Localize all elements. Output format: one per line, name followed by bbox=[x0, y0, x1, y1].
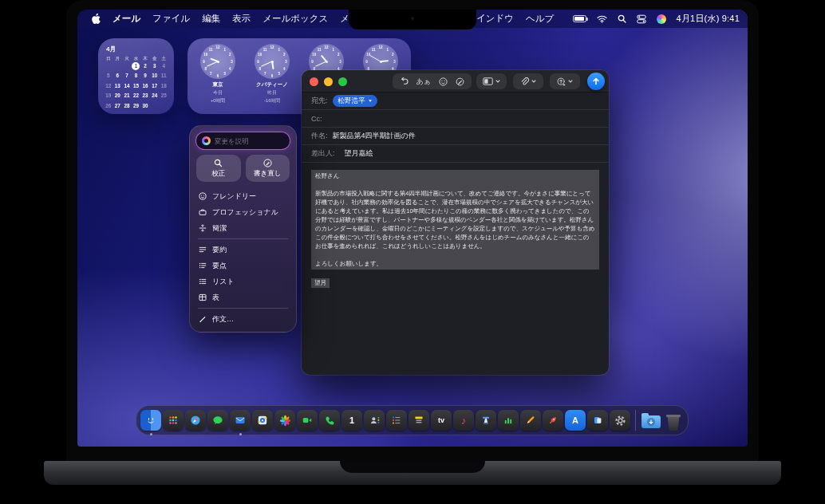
dock-item-trash[interactable] bbox=[663, 410, 684, 431]
rewrite-button[interactable]: 書き直し bbox=[246, 155, 290, 182]
downloads-folder-icon bbox=[641, 415, 661, 428]
describe-change-input[interactable] bbox=[215, 137, 284, 145]
body-signature: 望月 bbox=[311, 278, 330, 288]
dock-item-music[interactable]: ♪ bbox=[453, 410, 474, 431]
recipient-chip[interactable]: 松野浩平 bbox=[333, 95, 377, 107]
undo-icon[interactable] bbox=[400, 77, 409, 85]
menu-mail[interactable]: メール bbox=[112, 13, 140, 25]
dock-item-photos[interactable] bbox=[274, 410, 295, 431]
option-concise[interactable]: 簡潔 bbox=[190, 220, 296, 236]
send-button[interactable] bbox=[587, 73, 605, 90]
dock-item-numbers[interactable] bbox=[498, 410, 519, 431]
dock-item-maps[interactable] bbox=[252, 410, 273, 431]
dock-item-facetime[interactable] bbox=[297, 410, 318, 431]
key-points-icon bbox=[199, 262, 207, 270]
table-icon bbox=[199, 293, 207, 301]
dock-item-safari[interactable] bbox=[185, 410, 206, 431]
dock-divider bbox=[635, 410, 636, 431]
body-greeting: 松野さん bbox=[315, 171, 595, 180]
dock-item-messages[interactable] bbox=[207, 410, 228, 431]
dock-item-apps[interactable] bbox=[163, 410, 184, 431]
siri-apple-intelligence-icon[interactable] bbox=[657, 14, 666, 24]
spotlight-search-icon[interactable] bbox=[618, 14, 626, 23]
apple-menu-icon[interactable] bbox=[92, 14, 101, 24]
send-later-button[interactable] bbox=[550, 73, 580, 89]
running-indicator bbox=[239, 433, 242, 435]
dock-item-notes[interactable] bbox=[409, 410, 429, 431]
option-compose[interactable]: 作文… bbox=[190, 311, 296, 327]
writing-tools-icon[interactable] bbox=[456, 77, 464, 86]
subject-field[interactable]: 件名: 新製品第4四半期計画の件 bbox=[302, 128, 609, 145]
divider bbox=[198, 308, 288, 309]
camera-notch bbox=[349, 10, 476, 30]
dock-item-calendar[interactable]: 1 bbox=[341, 410, 362, 431]
compose-icon bbox=[199, 315, 207, 323]
analog-clock: 121234567891011 bbox=[255, 44, 290, 79]
dock-item-contacts[interactable] bbox=[364, 410, 385, 431]
emoji-icon[interactable] bbox=[439, 77, 448, 86]
header-fields-button[interactable] bbox=[476, 73, 507, 89]
from-field[interactable]: 差出人: 望月嘉絵 bbox=[302, 145, 609, 163]
describe-change-field[interactable] bbox=[196, 132, 290, 149]
option-professional[interactable]: プロフェッショナル bbox=[190, 204, 296, 220]
dock-item-app-store[interactable]: A bbox=[565, 410, 586, 431]
reminders-list-icon bbox=[391, 415, 402, 426]
dock-item-rocket[interactable] bbox=[543, 410, 563, 431]
dock-item-pages[interactable] bbox=[520, 410, 541, 431]
dock-item-finder[interactable] bbox=[140, 410, 161, 431]
upload-circle-icon bbox=[557, 77, 566, 86]
option-friendly[interactable]: フレンドリー bbox=[190, 188, 296, 204]
option-summary[interactable]: 要約 bbox=[190, 242, 296, 258]
from-value: 望月嘉絵 bbox=[345, 148, 373, 159]
battery-icon[interactable] bbox=[573, 15, 586, 22]
dock: 1 tv ♪ bbox=[136, 405, 689, 435]
menu-file[interactable]: ファイル bbox=[152, 13, 190, 25]
menu-help[interactable]: ヘルプ bbox=[526, 13, 554, 25]
proofread-button[interactable]: 校正 bbox=[196, 155, 241, 182]
to-field[interactable]: 宛先: 松野浩平 bbox=[302, 93, 609, 110]
magnifier-icon bbox=[214, 159, 223, 167]
selected-text-block: 松野さん 新製品の市場投入戦略に関する第4四半期計画について、改めてご連絡です。… bbox=[311, 170, 599, 270]
calendar-widget[interactable]: 4月 日月火水木金土 1234 567891011 12131415161718… bbox=[98, 38, 174, 114]
option-list[interactable]: リスト bbox=[190, 274, 296, 289]
message-body[interactable]: 松野さん 新製品の市場投入戦略に関する第4四半期計画について、改めてご連絡です。… bbox=[302, 163, 609, 294]
mail-titlebar[interactable]: あぁ bbox=[302, 70, 609, 93]
option-key-points[interactable]: 要点 bbox=[190, 258, 296, 274]
dock-item-settings[interactable] bbox=[610, 410, 630, 431]
cc-field[interactable]: Cc: bbox=[302, 110, 609, 128]
calendar-grid: 1234 567891011 12131415161718 1920212223… bbox=[104, 61, 168, 111]
dock-item-reminders[interactable] bbox=[386, 410, 407, 431]
writing-tools-popover: 校正 書き直し フレンドリー プロフェッショナル bbox=[189, 125, 297, 333]
dock-item-phone[interactable] bbox=[319, 410, 340, 431]
dock-item-keynote[interactable] bbox=[476, 410, 496, 431]
minimize-button[interactable] bbox=[324, 77, 333, 86]
chevron-down-icon bbox=[531, 80, 536, 83]
safari-compass-icon bbox=[190, 415, 201, 426]
menu-view[interactable]: 表示 bbox=[232, 13, 251, 25]
dock-item-downloads[interactable] bbox=[641, 410, 661, 431]
chevron-down-icon bbox=[568, 80, 573, 83]
menu-mailbox[interactable]: メールボックス bbox=[262, 13, 328, 25]
option-table[interactable]: 表 bbox=[190, 289, 296, 305]
world-clock-tokyo: 121234567891011 東京 今日 +0時間 bbox=[191, 44, 245, 110]
dock-item-mail[interactable] bbox=[230, 410, 251, 431]
list-icon bbox=[199, 278, 207, 285]
close-button[interactable] bbox=[310, 77, 318, 86]
wifi-icon[interactable] bbox=[597, 15, 607, 23]
macbook: メール ファイル 編集 表示 メールボックス メッセージ フォーマット ウインド… bbox=[0, 0, 825, 504]
attach-button[interactable] bbox=[513, 73, 543, 89]
phone-handset-icon bbox=[324, 415, 335, 426]
running-indicator bbox=[150, 433, 152, 435]
envelope-icon bbox=[235, 415, 246, 426]
dock-item-tv[interactable]: tv bbox=[431, 410, 452, 431]
notes-icon bbox=[413, 415, 424, 426]
menu-edit[interactable]: 編集 bbox=[202, 13, 220, 25]
pencil-circle-icon bbox=[263, 159, 272, 167]
dock-item-passwords[interactable] bbox=[587, 410, 608, 431]
zoom-button[interactable] bbox=[338, 77, 347, 86]
menu-clock[interactable]: 4月1日(水) 9:41 bbox=[677, 13, 740, 25]
macbook-thumb-scoop bbox=[340, 461, 485, 473]
font-format-button[interactable]: あぁ bbox=[416, 77, 431, 87]
apps-grid-icon bbox=[168, 415, 179, 426]
control-center-icon[interactable] bbox=[637, 14, 646, 24]
